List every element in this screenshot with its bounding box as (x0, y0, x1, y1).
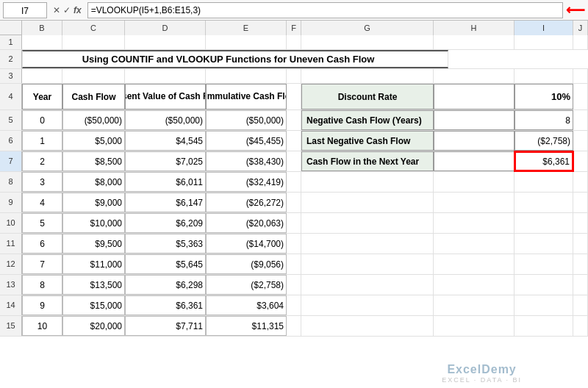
cell-c3[interactable] (62, 69, 125, 83)
row-num-1[interactable]: 1 (0, 35, 22, 49)
formula-input[interactable] (87, 2, 563, 18)
cell-year-2[interactable]: 2 (22, 151, 62, 171)
cell-year-6[interactable]: 6 (22, 234, 62, 254)
cell-year-3[interactable]: 3 (22, 172, 62, 192)
cell-h5[interactable] (434, 110, 514, 130)
cell-j13[interactable] (573, 275, 588, 295)
cell-j14[interactable] (573, 295, 588, 315)
cell-year-8[interactable]: 8 (22, 275, 62, 295)
cell-cf-2[interactable]: $8,500 (62, 151, 125, 171)
col-header-f[interactable]: F (287, 21, 301, 35)
cell-cum-2[interactable]: ($38,430) (206, 151, 287, 171)
confirm-icon[interactable]: ✓ (63, 5, 71, 15)
cell-i1[interactable] (514, 35, 573, 49)
cell-f8[interactable] (287, 172, 301, 192)
cell-h9[interactable] (434, 193, 514, 212)
cell-cum-5[interactable]: ($20,063) (206, 213, 287, 233)
cell-b1[interactable] (22, 35, 62, 49)
cell-pv-8[interactable]: $6,298 (125, 275, 206, 295)
cell-g3[interactable] (301, 69, 434, 83)
cell-j3[interactable] (573, 69, 588, 83)
col-header-d[interactable]: D (125, 21, 206, 35)
row-num-10[interactable]: 10 (0, 213, 22, 233)
cell-cum-1[interactable]: ($45,455) (206, 131, 287, 151)
cell-g9[interactable] (301, 193, 434, 212)
cell-g1[interactable] (301, 35, 434, 49)
cell-f12[interactable] (287, 254, 301, 274)
cell-year-1[interactable]: 1 (22, 131, 62, 151)
col-header-j[interactable]: J (573, 21, 588, 35)
info-next-year-value[interactable]: $6,361 (514, 151, 573, 171)
cell-cf-7[interactable]: $11,000 (62, 254, 125, 274)
cell-h14[interactable] (434, 295, 514, 315)
cell-cum-9[interactable]: $3,604 (206, 295, 287, 315)
cell-cum-4[interactable]: ($26,272) (206, 193, 287, 212)
cell-pv-9[interactable]: $6,361 (125, 295, 206, 315)
cell-i13[interactable] (514, 275, 573, 295)
cell-cum-8[interactable]: ($2,758) (206, 275, 287, 295)
cell-g10[interactable] (301, 213, 434, 233)
cell-i3[interactable] (514, 69, 573, 83)
col-header-i[interactable]: I (514, 21, 573, 35)
cell-f10[interactable] (287, 213, 301, 233)
cell-f3[interactable] (287, 69, 301, 83)
cell-cf-5[interactable]: $10,000 (62, 213, 125, 233)
cell-i15[interactable] (514, 316, 573, 336)
cell-j7[interactable] (573, 151, 588, 171)
col-header-c[interactable]: C (62, 21, 125, 35)
row-num-3[interactable]: 3 (0, 69, 22, 83)
row-num-2[interactable]: 2 (0, 50, 22, 68)
cell-j12[interactable] (573, 254, 588, 274)
row-num-15[interactable]: 15 (0, 316, 22, 336)
cell-cf-6[interactable]: $9,500 (62, 234, 125, 254)
cell-cf-9[interactable]: $15,000 (62, 295, 125, 315)
cell-j2[interactable] (434, 50, 448, 68)
cell-cum-3[interactable]: ($32,419) (206, 172, 287, 192)
cell-f9[interactable] (287, 193, 301, 212)
row-num-6[interactable]: 6 (0, 131, 22, 151)
cell-year-9[interactable]: 9 (22, 295, 62, 315)
cell-j1[interactable] (573, 35, 588, 49)
cell-j9[interactable] (573, 193, 588, 212)
row-num-14[interactable]: 14 (0, 295, 22, 315)
row-num-13[interactable]: 13 (0, 275, 22, 295)
cell-f13[interactable] (287, 275, 301, 295)
cell-cf-3[interactable]: $8,000 (62, 172, 125, 192)
row-num-4[interactable]: 4 (0, 84, 22, 109)
cell-e1[interactable] (206, 35, 287, 49)
cell-h10[interactable] (434, 213, 514, 233)
row-num-11[interactable]: 11 (0, 234, 22, 254)
col-header-h[interactable]: H (434, 21, 514, 35)
cell-h15[interactable] (434, 316, 514, 336)
cell-j15[interactable] (573, 316, 588, 336)
cell-pv-4[interactable]: $6,147 (125, 193, 206, 212)
cell-year-4[interactable]: 4 (22, 193, 62, 212)
cell-f5[interactable] (287, 110, 301, 130)
cell-pv-1[interactable]: $4,545 (125, 131, 206, 151)
row-num-9[interactable]: 9 (0, 193, 22, 212)
cell-h11[interactable] (434, 234, 514, 254)
cell-f7[interactable] (287, 151, 301, 171)
cell-cf-1[interactable]: $5,000 (62, 131, 125, 151)
cell-i14[interactable] (514, 295, 573, 315)
cell-year-0[interactable]: 0 (22, 110, 62, 130)
cell-pv-10[interactable]: $7,711 (125, 316, 206, 336)
cell-f6[interactable] (287, 131, 301, 151)
cell-i8[interactable] (514, 172, 573, 192)
col-header-e[interactable]: E (206, 21, 287, 35)
cell-year-5[interactable]: 5 (22, 213, 62, 233)
cell-year-10[interactable]: 10 (22, 316, 62, 336)
cell-i10[interactable] (514, 213, 573, 233)
cell-h12[interactable] (434, 254, 514, 274)
cell-cf-0[interactable]: ($50,000) (62, 110, 125, 130)
cell-f14[interactable] (287, 295, 301, 315)
cell-year-7[interactable]: 7 (22, 254, 62, 274)
row-num-12[interactable]: 12 (0, 254, 22, 274)
cell-cum-7[interactable]: ($9,056) (206, 254, 287, 274)
cell-cum-6[interactable]: ($14,700) (206, 234, 287, 254)
cell-pv-7[interactable]: $5,645 (125, 254, 206, 274)
cancel-icon[interactable]: ✕ (53, 5, 60, 15)
row-num-7[interactable]: 7 (0, 151, 22, 171)
cell-pv-2[interactable]: $7,025 (125, 151, 206, 171)
cell-j4[interactable] (573, 84, 588, 109)
